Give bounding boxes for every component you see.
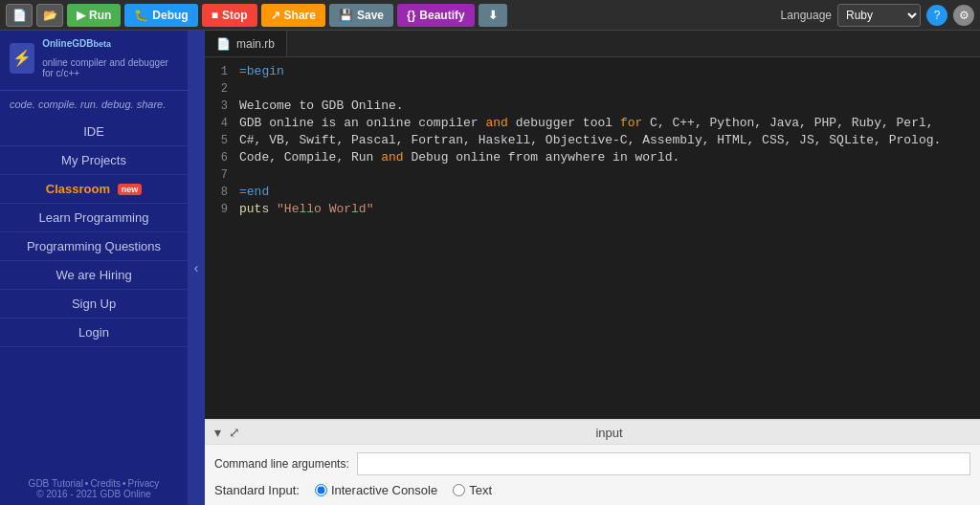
- stdin-label: Standard Input:: [214, 483, 300, 497]
- run-label: Run: [89, 9, 111, 22]
- debug-icon: 🐛: [134, 9, 148, 22]
- info-icon[interactable]: ?: [926, 5, 947, 26]
- file-tab-main-rb[interactable]: 📄 main.rb: [205, 31, 287, 56]
- sidebar-item-login[interactable]: Login: [0, 318, 188, 347]
- code-editor[interactable]: 1 =begin 2 3 Welcome to GDB Online. 4 GD…: [205, 57, 980, 419]
- cmd-args-input[interactable]: [357, 452, 970, 475]
- beautify-icon: {}: [407, 9, 415, 22]
- sidebar-item-we-are-hiring[interactable]: We are Hiring: [0, 261, 188, 290]
- sidebar-item-ide[interactable]: IDE: [0, 118, 188, 146]
- stop-label: Stop: [222, 9, 248, 22]
- code-line: 4 GDB online is an online compiler and d…: [205, 115, 980, 132]
- sidebar-item-classroom[interactable]: Classroom new: [0, 175, 188, 204]
- code-line: 2: [205, 80, 980, 98]
- stop-icon: ■: [212, 9, 218, 22]
- save-label: Save: [357, 9, 384, 22]
- sidebar-footer: GDB Tutorial • Credits • Privacy © 2016 …: [0, 472, 188, 505]
- open-file-button[interactable]: 📂: [36, 4, 63, 27]
- toolbar: 📄 📂 ▶ Run 🐛 Debug ■ Stop ↗ Share 💾 Save …: [0, 0, 980, 31]
- run-button[interactable]: ▶ Run: [67, 4, 121, 27]
- save-icon: 💾: [339, 9, 353, 22]
- input-expand-button[interactable]: ⤢: [229, 425, 240, 440]
- file-tabs: 📄 main.rb: [205, 31, 980, 57]
- input-header: ▾ ⤢ input: [205, 421, 980, 445]
- radio-interactive-label: Interactive Console: [331, 483, 437, 497]
- cmd-args-label: Command line arguments:: [214, 457, 349, 471]
- code-line: 8 =end: [205, 184, 980, 201]
- radio-text-label: Text: [469, 483, 492, 497]
- sidebar: ⚡ OnlineGDBbeta online compiler and debu…: [0, 31, 188, 505]
- share-button[interactable]: ↗ Share: [261, 4, 325, 27]
- input-body: Command line arguments: Standard Input: …: [205, 445, 980, 505]
- sidebar-copyright: © 2016 - 2021 GDB Online: [8, 489, 180, 499]
- sidebar-item-learn-programming[interactable]: Learn Programming: [0, 204, 188, 232]
- code-line: 7: [205, 166, 980, 184]
- sidebar-collapse-button[interactable]: ‹: [188, 31, 205, 505]
- footer-link-privacy[interactable]: Privacy: [128, 478, 160, 489]
- beautify-label: Beautify: [419, 9, 464, 22]
- radio-interactive[interactable]: [315, 484, 327, 496]
- download-icon: ⬇: [488, 9, 498, 22]
- share-label: Share: [284, 9, 316, 22]
- cmd-args-row: Command line arguments:: [214, 452, 970, 475]
- editor-area: 📄 main.rb 1 =begin 2 3 Welcome to GDB On…: [205, 31, 980, 505]
- stop-button[interactable]: ■ Stop: [202, 4, 257, 27]
- sidebar-header: ⚡ OnlineGDBbeta online compiler and debu…: [0, 31, 188, 86]
- stdin-row: Standard Input: Interactive Console Text: [214, 483, 970, 497]
- input-collapse-button[interactable]: ▾: [214, 425, 221, 440]
- logo-text: OnlineGDBbeta: [42, 38, 178, 55]
- radio-interactive-option[interactable]: Interactive Console: [315, 483, 437, 497]
- sidebar-item-sign-up[interactable]: Sign Up: [0, 290, 188, 318]
- code-line: 6 Code, Compile, Run and Debug online fr…: [205, 149, 980, 166]
- language-section: Language C C++ Java Python Ruby PHP Go J…: [781, 4, 974, 27]
- input-panel: ▾ ⤢ input Command line arguments: Standa…: [205, 419, 980, 505]
- new-file-button[interactable]: 📄: [6, 4, 33, 27]
- sidebar-item-programming-questions[interactable]: Programming Questions: [0, 232, 188, 261]
- run-icon: ▶: [77, 9, 85, 22]
- file-icon: 📄: [216, 37, 231, 51]
- debug-label: Debug: [152, 9, 188, 22]
- sidebar-item-my-projects[interactable]: My Projects: [0, 146, 188, 175]
- beautify-button[interactable]: {} Beautify: [397, 4, 475, 27]
- footer-link-credits[interactable]: Credits: [90, 478, 121, 489]
- logo-subtitle: online compiler and debugger for c/c++: [42, 57, 178, 78]
- code-line: 5 C#, VB, Swift, Pascal, Fortran, Haskel…: [205, 132, 980, 149]
- language-label: Language: [781, 9, 832, 22]
- input-header-label: input: [248, 426, 970, 440]
- debug-button[interactable]: 🐛 Debug: [124, 4, 197, 27]
- share-icon: ↗: [271, 9, 280, 22]
- radio-text[interactable]: [453, 484, 465, 496]
- footer-link-gdb-tutorial[interactable]: GDB Tutorial: [29, 478, 83, 489]
- logo-icon: ⚡: [10, 43, 34, 74]
- code-line: 9 puts "Hello World": [205, 201, 980, 218]
- code-line: 1 =begin: [205, 63, 980, 80]
- sidebar-nav: IDE My Projects Classroom new Learn Prog…: [0, 118, 188, 472]
- save-button[interactable]: 💾 Save: [329, 4, 393, 27]
- sidebar-tagline: code. compile. run. debug. share.: [0, 95, 188, 118]
- file-tab-label: main.rb: [236, 37, 275, 51]
- code-line: 3 Welcome to GDB Online.: [205, 98, 980, 115]
- language-select[interactable]: C C++ Java Python Ruby PHP Go JavaScript: [837, 4, 921, 27]
- settings-icon[interactable]: ⚙: [953, 5, 974, 26]
- download-button[interactable]: ⬇: [479, 4, 507, 27]
- main-layout: ⚡ OnlineGDBbeta online compiler and debu…: [0, 31, 980, 505]
- radio-text-option[interactable]: Text: [453, 483, 492, 497]
- new-badge: new: [118, 184, 143, 195]
- sidebar-divider: [0, 90, 188, 91]
